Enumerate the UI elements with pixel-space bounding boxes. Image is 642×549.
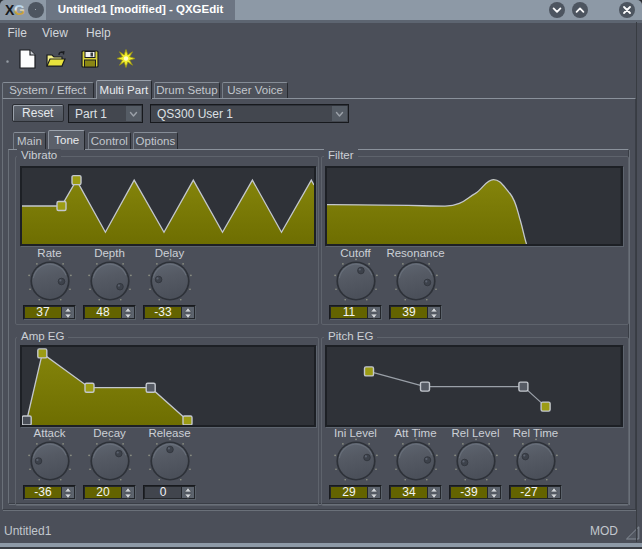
svg-text:G: G	[14, 2, 25, 18]
